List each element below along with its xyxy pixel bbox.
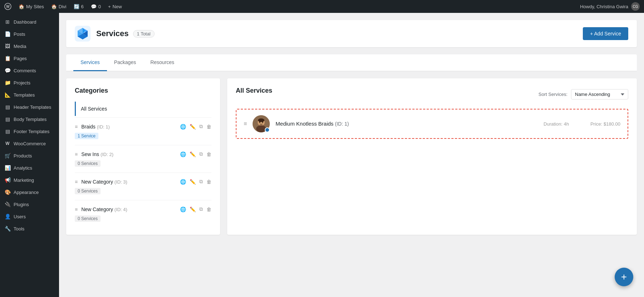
category-actions-newcat4: 🌐 ✏️ ⧉ 🗑 [180,206,211,212]
analytics-icon: 📊 [4,165,11,171]
sidebar-item-pages[interactable]: 📋 Pages [0,52,59,64]
add-service-button[interactable]: + Add Service [583,27,628,40]
sidebar-item-tools[interactable]: 🔧 Tools [0,223,59,235]
sidebar-label-appearance: Appearance [14,190,39,195]
edit-icon[interactable]: ✏️ [190,179,196,185]
page-title: Services [96,29,129,38]
category-divider-3 [75,200,211,200]
wp-logo[interactable]: W [4,3,11,10]
users-icon: 👤 [4,213,11,220]
tools-icon: 🔧 [4,225,11,232]
all-services-panel: All Services Sort Services: Name Ascendi… [227,78,637,235]
fab-icon: + [621,271,627,283]
tabs-content-wrapper: Services Packages Resources [66,54,637,71]
media-icon: 🖼 [4,43,11,49]
delete-icon[interactable]: 🗑 [206,179,211,185]
sidebar-item-marketing[interactable]: 📢 Marketing [0,174,59,186]
sort-select[interactable]: Name Ascending Name Descending Duration … [571,89,628,99]
sidebar-label-footer-templates: Footer Templates [14,129,49,134]
edit-icon[interactable]: ✏️ [190,124,196,130]
total-badge: 1 Total [133,30,155,38]
new-label: New [113,4,122,9]
svg-point-16 [258,118,264,122]
sidebar-label-users: Users [14,214,26,219]
products-icon: 🛒 [4,152,11,159]
category-name-newcat3: New Category (ID: 3) [81,179,176,185]
admin-bar-updates[interactable]: 🔄 6 [74,4,84,9]
category-badge-newcat4: 0 Services [75,215,101,222]
appearance-icon: 🎨 [4,189,11,195]
globe-icon[interactable]: 🌐 [180,124,186,130]
sidebar-item-body-templates[interactable]: ▤ Body Templates [0,113,59,125]
admin-bar-divi[interactable]: 🏠 Divi [51,4,67,9]
projects-icon: 📁 [4,79,11,86]
category-divider-2 [75,172,211,173]
sidebar-label-body-templates: Body Templates [14,117,47,122]
category-badge-newcat3: 0 Services [75,188,101,194]
category-actions-braids: 🌐 ✏️ ⧉ 🗑 [180,123,211,130]
sidebar-item-templates[interactable]: 📐 Templates [0,89,59,101]
pages-icon: 📋 [4,55,11,62]
all-services-category[interactable]: All Services [75,102,211,116]
sidebar-item-header-templates[interactable]: ▤ Header Templates [0,101,59,113]
sidebar-item-comments[interactable]: 💬 Comments [0,64,59,77]
category-row-newcat4: ≡ New Category (ID: 4) 🌐 ✏️ ⧉ 🗑 [75,206,211,212]
tab-services[interactable]: Services [73,54,107,71]
mysites-label: My Sites [26,4,44,9]
sidebar-item-users[interactable]: 👤 Users [0,210,59,223]
sidebar-item-footer-templates[interactable]: ▤ Footer Templates [0,125,59,137]
tab-resources[interactable]: Resources [143,54,181,71]
delete-icon[interactable]: 🗑 [206,124,211,130]
service-price: Price: $180.00 [590,121,620,127]
all-services-panel-title: All Services [236,87,272,94]
avatar[interactable]: CG [631,2,640,11]
sidebar-item-appearance[interactable]: 🎨 Appearance [0,186,59,198]
service-drag-handle-icon[interactable]: ≡ [244,121,247,127]
copy-icon[interactable]: ⧉ [199,151,203,157]
drag-handle-icon[interactable]: ≡ [75,124,78,130]
sidebar-item-plugins[interactable]: 🔌 Plugins [0,198,59,210]
body-templates-icon: ▤ [4,116,11,122]
tab-packages[interactable]: Packages [107,54,143,71]
service-info: Medium Knotless Braids (ID: 1) [275,121,538,127]
globe-icon[interactable]: 🌐 [180,151,186,157]
globe-icon[interactable]: 🌐 [180,179,186,185]
fab-button[interactable]: + [615,268,633,286]
sidebar-item-products[interactable]: 🛒 Products [0,150,59,162]
copy-icon[interactable]: ⧉ [199,206,203,212]
drag-handle-icon[interactable]: ≡ [75,179,78,185]
admin-bar-comments[interactable]: 💬 0 [91,4,101,9]
posts-icon: 📄 [4,31,11,37]
sidebar-item-analytics[interactable]: 📊 Analytics [0,162,59,174]
delete-icon[interactable]: 🗑 [206,206,211,212]
content-area: Services 1 Total + Add Service Services … [59,13,644,297]
list-item: ≡ Sew Ins (ID: 2) 🌐 ✏️ ⧉ 🗑 0 Services [75,147,211,171]
greeting-text: Howdy, Christina Gwira [580,4,628,9]
sidebar-label-projects: Projects [14,80,30,86]
table-row[interactable]: ≡ [236,109,628,139]
edit-icon[interactable]: ✏️ [190,151,196,157]
sidebar-item-media[interactable]: 🖼 Media [0,40,59,52]
service-status-dot [265,127,270,132]
sidebar-item-posts[interactable]: 📄 Posts [0,28,59,40]
marketing-icon: 📢 [4,177,11,183]
services-panel-header: All Services Sort Services: Name Ascendi… [236,87,628,102]
drag-handle-icon[interactable]: ≡ [75,206,78,212]
comments-icon: 💬 [4,67,11,74]
drag-handle-icon[interactable]: ≡ [75,151,78,157]
sidebar-item-projects[interactable]: 📁 Projects [0,77,59,89]
delete-icon[interactable]: 🗑 [206,151,211,157]
category-row-braids: ≡ Braids (ID: 1) 🌐 ✏️ ⧉ 🗑 [75,123,211,130]
service-avatar-wrapper [253,115,270,132]
sidebar-item-dashboard[interactable]: ⊞ Dashboard [0,16,59,28]
copy-icon[interactable]: ⧉ [199,179,203,185]
admin-bar-mysites[interactable]: 🏠 My Sites [19,4,44,9]
sidebar-item-woocommerce[interactable]: W WooCommerce [0,137,59,150]
copy-icon[interactable]: ⧉ [199,123,203,130]
list-item: ≡ Braids (ID: 1) 🌐 ✏️ ⧉ 🗑 1 Service [75,119,211,143]
globe-icon[interactable]: 🌐 [180,206,186,212]
edit-icon[interactable]: ✏️ [190,206,196,212]
admin-bar-new[interactable]: + New [108,4,122,9]
sidebar-label-header-templates: Header Templates [14,104,51,110]
sidebar: ⊞ Dashboard 📄 Posts 🖼 Media 📋 Pages 💬 Co… [0,13,59,297]
